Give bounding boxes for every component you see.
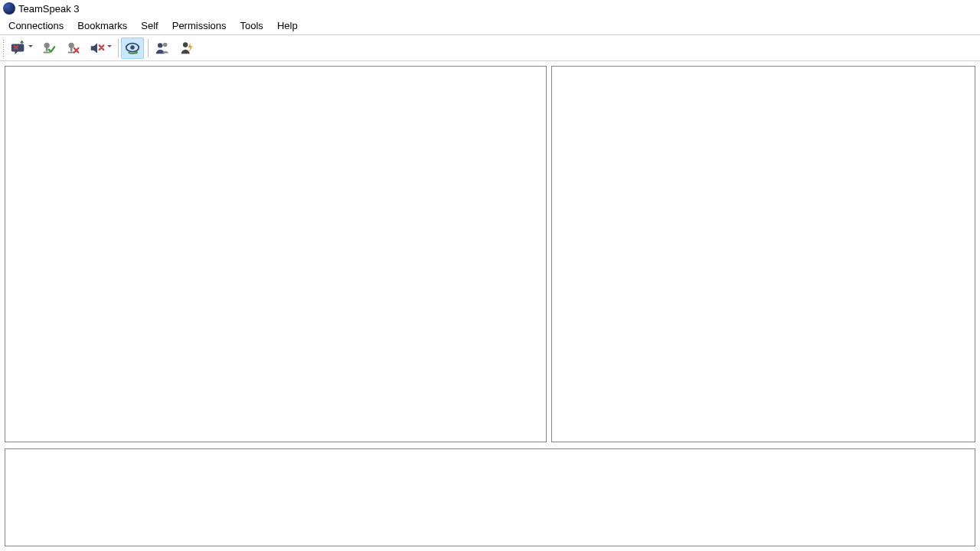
menu-connections[interactable]: Connections: [2, 18, 70, 34]
svg-point-6: [163, 42, 168, 47]
mic-check-icon: [40, 40, 57, 57]
user-bolt-icon: [178, 40, 195, 57]
menu-self[interactable]: Self: [134, 18, 165, 34]
toolbar-separator: [148, 39, 149, 57]
menubar: Connections Bookmarks Self Permissions T…: [0, 17, 980, 35]
menu-permissions[interactable]: Permissions: [165, 18, 234, 34]
mute-speakers-dropdown[interactable]: [86, 37, 114, 59]
menu-bookmarks[interactable]: Bookmarks: [70, 18, 134, 34]
chevron-down-icon: [107, 45, 113, 51]
toolbar-separator: [118, 39, 119, 57]
window-title: TeamSpeak 3: [18, 3, 80, 15]
eye-refresh-icon: [124, 40, 141, 57]
mute-speakers-button[interactable]: [61, 37, 84, 59]
away-status-dropdown[interactable]: [7, 37, 35, 59]
chevron-down-icon: [28, 45, 34, 51]
mic-x-icon: [64, 40, 81, 57]
svg-point-4: [130, 45, 135, 50]
toggle-tts-button[interactable]: [175, 37, 198, 59]
titlebar: TeamSpeak 3: [0, 0, 980, 17]
speaker-x-icon: [89, 40, 106, 57]
contacts-button[interactable]: [151, 37, 174, 59]
mute-microphone-button[interactable]: [37, 37, 60, 59]
svg-point-5: [158, 43, 162, 47]
server-tree-panel[interactable]: [5, 66, 547, 442]
menu-help[interactable]: Help: [270, 18, 305, 34]
menu-tools[interactable]: Tools: [234, 18, 270, 34]
subscribe-all-button[interactable]: [121, 37, 144, 59]
chat-panel[interactable]: [5, 448, 975, 546]
contacts-icon: [154, 40, 171, 57]
main-area: [0, 61, 980, 442]
svg-rect-0: [21, 41, 23, 44]
info-panel[interactable]: [551, 66, 975, 442]
bottom-area: [0, 442, 980, 551]
teamspeak-app-icon: [3, 2, 15, 15]
toolbar: [0, 35, 980, 61]
away-bubble-icon: [10, 40, 27, 57]
svg-point-7: [183, 42, 188, 47]
